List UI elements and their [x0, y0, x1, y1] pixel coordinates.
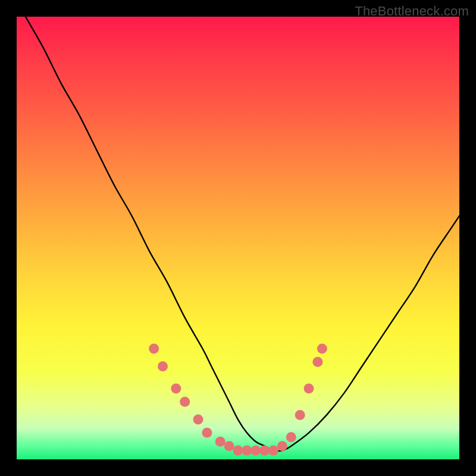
curve-marker [215, 437, 226, 447]
curve-marker [193, 415, 203, 425]
curve-marker [224, 441, 234, 451]
curve-marker [304, 383, 314, 393]
curve-marker [312, 357, 322, 367]
curve-marker [295, 410, 305, 420]
plot-area [17, 17, 459, 459]
chart-svg [17, 17, 459, 459]
curve-marker [149, 344, 159, 354]
watermark-text: TheBottleneck.com [355, 4, 469, 19]
curve-marker [277, 441, 287, 451]
curve-marker [158, 361, 168, 371]
curve-marker [268, 446, 278, 456]
bottleneck-curve [26, 17, 459, 451]
chart-frame: TheBottleneck.com [0, 0, 476, 476]
curve-marker [171, 383, 181, 393]
curve-marker [317, 344, 327, 354]
curve-marker [259, 446, 270, 456]
curve-marker [242, 446, 252, 456]
curve-marker [180, 397, 190, 407]
curve-marker [250, 446, 261, 456]
curve-marker [286, 432, 296, 442]
curve-marker [202, 428, 212, 438]
curve-marker [233, 446, 243, 456]
